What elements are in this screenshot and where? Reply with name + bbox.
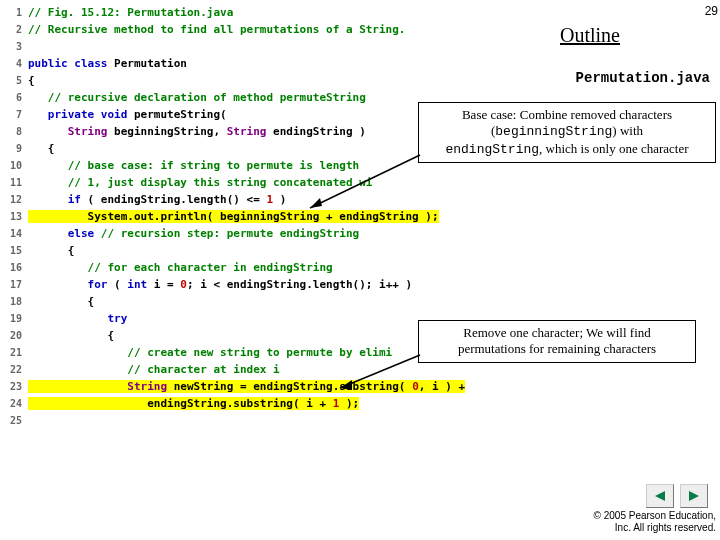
- code-row: 25: [0, 412, 500, 429]
- code-listing: 1// Fig. 15.12: Permutation.java 2// Rec…: [0, 4, 500, 429]
- page-number: 29: [705, 4, 718, 18]
- code-row: 22 // character at index i: [0, 361, 500, 378]
- filename-label: Permutation.java: [576, 70, 710, 86]
- code-row: 12 if ( endingString.length() <= 1 ): [0, 191, 500, 208]
- code-row: 17 for ( int i = 0; i < endingString.len…: [0, 276, 500, 293]
- code-row: 15 {: [0, 242, 500, 259]
- code-row: 13 System.out.println( beginningString +…: [0, 208, 500, 225]
- code-row: 14 else // recursion step: permute endin…: [0, 225, 500, 242]
- code-row: 4public class Permutation: [0, 55, 500, 72]
- code-row: 11 // 1, just display this string concat…: [0, 174, 500, 191]
- code-row: 3: [0, 38, 500, 55]
- triangle-right-icon: [687, 490, 701, 502]
- prev-button[interactable]: [646, 484, 674, 508]
- callout-remove-char: Remove one character; We will find permu…: [418, 320, 696, 363]
- code-row: 24 endingString.substring( i + 1 );: [0, 395, 500, 412]
- code-row: 23 String newString = endingString.subst…: [0, 378, 500, 395]
- code-row: 16 // for each character in endingString: [0, 259, 500, 276]
- svg-marker-5: [689, 491, 699, 501]
- nav-buttons: [646, 484, 708, 508]
- code-row: 1// Fig. 15.12: Permutation.java: [0, 4, 500, 21]
- code-row: 2// Recursive method to find all permuta…: [0, 21, 500, 38]
- code-row: 5{: [0, 72, 500, 89]
- outline-heading: Outline: [560, 24, 620, 47]
- callout-base-case: Base case: Combine removed characters (b…: [418, 102, 716, 163]
- triangle-left-icon: [653, 490, 667, 502]
- next-button[interactable]: [680, 484, 708, 508]
- svg-marker-4: [655, 491, 665, 501]
- code-row: 18 {: [0, 293, 500, 310]
- copyright-footer: © 2005 Pearson Education, Inc. All right…: [594, 510, 716, 534]
